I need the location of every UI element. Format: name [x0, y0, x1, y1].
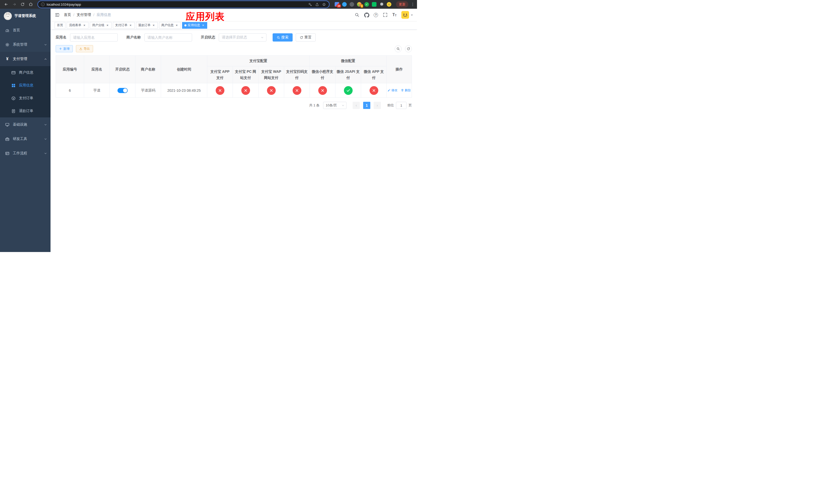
col-header-app-name: 应用名 — [84, 55, 110, 83]
active-tab-dot — [184, 24, 186, 26]
edit-button[interactable]: 修改 — [388, 88, 397, 93]
reset-button-label: 重置 — [304, 35, 312, 40]
refresh-icon-button[interactable] — [405, 45, 412, 52]
tab-close-icon[interactable]: × — [175, 24, 178, 27]
search-icon[interactable] — [355, 13, 359, 17]
extension-icon-4[interactable]: 1 — [357, 2, 361, 7]
sidebar-item-devtools[interactable]: 研发工具 — [0, 132, 50, 146]
next-page-button[interactable]: › — [374, 102, 381, 109]
sidebar-item-app-info[interactable]: 应用信息 — [0, 79, 50, 92]
status-select[interactable]: 请选择开启状态 — [219, 33, 266, 42]
col-header-wechat-jsapi: 微信 JSAPI 支付 — [335, 66, 361, 83]
tab-home[interactable]: 首页 — [54, 22, 65, 29]
password-key-icon[interactable] — [308, 3, 312, 6]
yen-icon: ¥ — [5, 57, 9, 61]
col-group-alipay: 支付宝配置 — [207, 55, 310, 66]
sidebar-item-label: 研发工具 — [13, 137, 27, 141]
sidebar-collapse-icon[interactable] — [54, 12, 60, 18]
status-toggle[interactable] — [117, 88, 128, 93]
add-button[interactable]: 新增 — [56, 45, 73, 52]
page-number-button[interactable]: 1 — [363, 102, 370, 109]
bookmark-star-icon[interactable] — [322, 3, 326, 6]
url-bar[interactable]: i localhost:1024/pay/app — [38, 1, 329, 8]
forward-icon[interactable] — [11, 1, 18, 8]
tab-user-group[interactable]: 用户分组× — [90, 22, 112, 29]
extension-icon-2[interactable] — [342, 2, 347, 7]
sidebar-item-payment[interactable]: ¥ 支付管理 — [0, 52, 50, 66]
share-icon[interactable] — [315, 3, 319, 6]
export-button-label: 导出 — [84, 47, 90, 51]
extension-icon-check[interactable]: ✓ — [365, 2, 369, 7]
home-icon[interactable] — [27, 1, 35, 8]
col-header-create-time: 创建时间 — [161, 55, 207, 83]
cell-app-name: 芋道 — [84, 83, 110, 98]
tab-close-icon[interactable]: × — [152, 24, 155, 27]
tab-label: 应用信息 — [188, 23, 200, 27]
merchant-name-input[interactable] — [145, 33, 192, 42]
top-bar: 首页 / 支付管理 / 应用信息 ? TT — [50, 9, 417, 21]
sidebar-item-pay-order[interactable]: 支付订单 — [0, 92, 50, 105]
prev-page-button[interactable]: ‹ — [353, 102, 360, 109]
delete-button-label: 删除 — [405, 88, 411, 93]
user-menu[interactable] — [401, 11, 413, 19]
tab-merchant-info[interactable]: 商户信息× — [159, 22, 181, 29]
extension-icon-3[interactable] — [350, 2, 354, 7]
goto-page-input[interactable] — [396, 102, 407, 109]
sidebar-item-infra[interactable]: 基础设施 — [0, 117, 50, 132]
tab-refund-order[interactable]: 退款订单× — [136, 22, 158, 29]
status-icon-alipay-qr — [293, 86, 301, 95]
tab-close-icon[interactable]: × — [201, 24, 205, 27]
toggle-search-icon-button[interactable] — [395, 45, 402, 52]
sidebar-item-merchant-info[interactable]: 商户信息 — [0, 66, 50, 79]
delete-button[interactable]: 删除 — [401, 88, 411, 93]
col-header-merchant: 商户名称 — [135, 55, 161, 83]
sidebar-item-label: 退款订单 — [19, 109, 33, 113]
pagination-total: 共 1 条 — [309, 103, 320, 108]
breadcrumb-separator: / — [73, 13, 74, 17]
tab-label: 支付订单 — [115, 23, 128, 27]
dashboard-icon — [5, 28, 9, 32]
tab-label: 流程表单 — [69, 23, 81, 27]
extensions-puzzle-icon[interactable] — [379, 2, 384, 7]
tab-close-icon[interactable]: × — [83, 24, 86, 27]
app-logo[interactable]: 芋道管理系统 — [0, 9, 50, 23]
status-icon-wechat-app — [370, 86, 378, 95]
user-avatar — [401, 11, 409, 19]
breadcrumb-home[interactable]: 首页 — [64, 13, 71, 17]
tab-close-icon[interactable]: × — [106, 24, 109, 27]
reload-icon[interactable] — [19, 1, 26, 8]
tab-close-icon[interactable]: × — [129, 24, 132, 27]
tab-process-form[interactable]: 流程表单× — [67, 22, 88, 29]
sidebar-item-home[interactable]: 首页 — [0, 23, 50, 38]
font-size-icon[interactable]: TT — [392, 13, 396, 17]
search-button-label: 搜索 — [281, 35, 288, 40]
chevron-down-icon — [261, 36, 264, 39]
extension-icon-1[interactable]: 10 — [335, 2, 339, 7]
back-icon[interactable] — [3, 1, 10, 8]
breadcrumb-payment[interactable]: 支付管理 — [77, 13, 91, 17]
github-icon[interactable] — [364, 13, 369, 17]
sidebar-item-workflow[interactable]: 工作流程 — [0, 146, 50, 160]
col-header-app-id: 应用编号 — [56, 55, 84, 83]
site-info-icon[interactable]: i — [41, 3, 45, 6]
breadcrumb-current: 应用信息 — [97, 13, 111, 17]
sidebar-item-system[interactable]: 系统管理 — [0, 38, 50, 52]
browser-profile-avatar[interactable] — [387, 2, 391, 7]
fullscreen-icon[interactable] — [383, 13, 388, 17]
sidebar-item-refund-order[interactable]: 退款订单 — [0, 105, 50, 117]
reset-button[interactable]: 重置 — [296, 33, 316, 42]
search-button[interactable]: 搜索 — [272, 33, 293, 42]
page-size-select[interactable]: 10条/页 — [323, 102, 347, 109]
browser-update-button[interactable]: 更新 — [396, 1, 408, 8]
app-name-input[interactable] — [70, 33, 118, 42]
extension-icon-green[interactable] — [372, 2, 376, 7]
help-icon[interactable]: ? — [374, 13, 378, 17]
table-toolbar: 新增 导出 — [56, 45, 412, 52]
sidebar-item-label: 首页 — [13, 28, 20, 32]
tab-pay-order[interactable]: 支付订单× — [113, 22, 135, 29]
tab-app-info[interactable]: 应用信息× — [182, 22, 207, 29]
breadcrumb-separator: / — [93, 13, 94, 17]
chevron-down-icon — [44, 123, 47, 126]
export-button[interactable]: 导出 — [76, 45, 93, 52]
browser-menu-icon[interactable]: ⋮ — [411, 2, 414, 7]
